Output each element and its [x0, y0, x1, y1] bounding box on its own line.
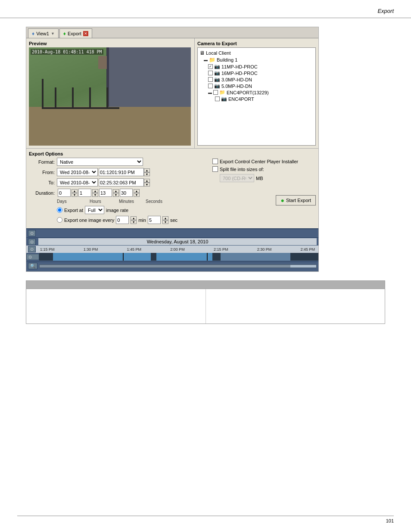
bottom-table-cell-2 [206, 289, 385, 324]
page-header: Export [0, 0, 411, 18]
hours-down[interactable]: ▼ [92, 193, 98, 197]
time-label-3: 2:00 PM [170, 247, 185, 252]
cam1-icon: 📷 [214, 64, 220, 69]
min-label: min [138, 218, 146, 223]
cam1-checkbox[interactable]: ✓ [208, 64, 213, 69]
post2 [72, 87, 74, 109]
timeline-ctrl-left[interactable]: ⊙ [28, 230, 36, 236]
scrollbar-thumb[interactable] [290, 265, 316, 268]
tab-close-button[interactable]: ✕ [83, 31, 88, 36]
minutes-down[interactable]: ▼ [113, 193, 119, 197]
cam4-checkbox[interactable] [208, 84, 213, 88]
timeline-ctrl-3[interactable]: ⊙ [28, 246, 36, 252]
min-down[interactable]: ▼ [131, 220, 137, 224]
from-date-select[interactable]: Wed 2010-08-18 [57, 168, 98, 176]
bottom-table-cell-1 [26, 289, 206, 324]
enc-cam-checkbox[interactable] [215, 96, 220, 101]
days-up[interactable]: ▲ [72, 189, 78, 193]
marker-left [123, 253, 124, 261]
tree-item-cam1[interactable]: ✓ 📷 11MP-HD-PROC [199, 63, 314, 70]
tree-item-cam2[interactable]: 📷 16MP-HD-PROC [199, 70, 314, 76]
tree-item-enc-cam[interactable]: 📷 ENC4PORT [199, 96, 314, 102]
building1-expand[interactable]: ▬ [204, 58, 208, 62]
building1-folder-icon: 📁 [209, 57, 215, 63]
bottom-table [26, 280, 385, 324]
timeline-scrollbar[interactable] [39, 264, 317, 268]
post1 [55, 87, 56, 109]
min-input[interactable] [116, 216, 129, 224]
start-export-icon: ● [280, 197, 284, 204]
zoom-ctrl[interactable]: 🔍 [28, 263, 37, 269]
export-one-radio[interactable] [57, 217, 62, 223]
building1-label: Building 1 [217, 57, 237, 62]
seconds-up[interactable]: ▲ [134, 189, 140, 193]
export-one-label: Export one image every [64, 218, 114, 223]
start-export-button[interactable]: ● Start Export [276, 195, 316, 205]
timeline-ctrl-icon2: ⊙ [30, 240, 34, 244]
tree-item-enc-folder[interactable]: ▬ 📁 ENC4PORT(13229) [199, 89, 314, 96]
sec-up[interactable]: ▲ [162, 216, 168, 220]
timeline-ctrl-4[interactable]: ⊙ [26, 254, 39, 260]
export-installer-checkbox[interactable] [212, 159, 218, 164]
to-time-input[interactable] [99, 178, 144, 187]
cam4-label: 5.0MP-HD-DN [221, 84, 252, 89]
enc-folder-checkbox[interactable] [213, 90, 218, 95]
timeline-ctrl-icon3: ⊙ [30, 247, 34, 252]
local-client-icon: 🖥 [199, 50, 205, 56]
cam3-icon: 📷 [214, 77, 220, 82]
minutes-spinner: ▲ ▼ [113, 189, 119, 197]
tl-seg-1c [221, 253, 290, 261]
duration-days-input[interactable] [58, 189, 71, 197]
split-size-select[interactable]: 700 (CD-ROM) [220, 174, 254, 182]
from-time-up[interactable]: ▲ [144, 168, 150, 172]
panels-row: Preview [26, 38, 318, 148]
days-down[interactable]: ▼ [72, 193, 78, 197]
enc-folder-label: ENC4PORT(13229) [227, 90, 269, 95]
export-options: Export Options Format: Native From: [26, 148, 318, 228]
zoom-icon: 🔍 [30, 264, 35, 268]
format-select[interactable]: Native [57, 158, 143, 166]
export-at-radio[interactable] [57, 207, 62, 213]
duration-hours-input[interactable] [78, 189, 91, 197]
cam2-checkbox[interactable] [208, 71, 213, 75]
time-label-6: 2:45 PM [300, 247, 315, 252]
min-up[interactable]: ▲ [131, 216, 137, 220]
enc-folder-expand[interactable]: ▬ [208, 90, 212, 95]
cam3-label: 3.0MP-HD-DN [221, 77, 252, 82]
export-icon: ♦ [63, 31, 66, 37]
tab-view1[interactable]: ♦ View1 ▼ [28, 28, 59, 38]
cam3-checkbox[interactable] [208, 77, 213, 82]
minutes-up[interactable]: ▲ [113, 189, 119, 193]
hours-up[interactable]: ▲ [92, 189, 98, 193]
hours-spinner: ▲ ▼ [92, 189, 98, 197]
duration-label-row: Days Hours Minutes Seconds [29, 199, 210, 204]
seconds-label: Seconds [146, 199, 159, 204]
to-time-down[interactable]: ▼ [144, 183, 150, 187]
camera-tree-box[interactable]: 🖥 Local Client ▬ 📁 Building 1 ✓ 📷 11MP-H… [197, 47, 316, 146]
cam2-label: 16MP-HD-PROC [221, 71, 258, 76]
timeline-ctrl-2[interactable]: ⊙ [28, 239, 36, 245]
duration-minutes-input[interactable] [99, 189, 112, 197]
to-date-select[interactable]: Wed 2010-08-18 [57, 178, 98, 187]
tab-view1-dropdown[interactable]: ▼ [51, 31, 55, 36]
from-time-input[interactable] [99, 168, 144, 176]
duration-seconds-input[interactable] [120, 189, 133, 197]
tree-item-building1[interactable]: ▬ 📁 Building 1 [199, 56, 314, 63]
tree-item-cam4[interactable]: 📷 5.0MP-HD-DN [199, 83, 314, 89]
sec-input[interactable] [148, 216, 161, 224]
sec-spinner: ▲ ▼ [162, 216, 168, 224]
from-time-down[interactable]: ▼ [144, 172, 150, 176]
main-content: ♦ View1 ▼ ♦ Export ✕ Preview [0, 18, 411, 333]
split-file-checkbox[interactable] [212, 166, 218, 172]
tab-export[interactable]: ♦ Export ✕ [59, 28, 92, 38]
seconds-down[interactable]: ▼ [134, 193, 140, 197]
export-options-label: Export Options [29, 151, 316, 156]
to-time-up[interactable]: ▲ [144, 179, 150, 183]
tree-item-local-client[interactable]: 🖥 Local Client [199, 50, 314, 56]
export-at-select[interactable]: Full [85, 206, 104, 214]
timeline-date-label: Wednesday, August 18, 2010 [38, 238, 317, 245]
sec-down[interactable]: ▼ [162, 220, 168, 224]
from-row: From: Wed 2010-08-18 ▲ ▼ [29, 168, 210, 176]
tree-item-cam3[interactable]: 📷 3.0MP-HD-DN [199, 76, 314, 83]
export-at-row: Export at Full image rate [29, 206, 210, 214]
